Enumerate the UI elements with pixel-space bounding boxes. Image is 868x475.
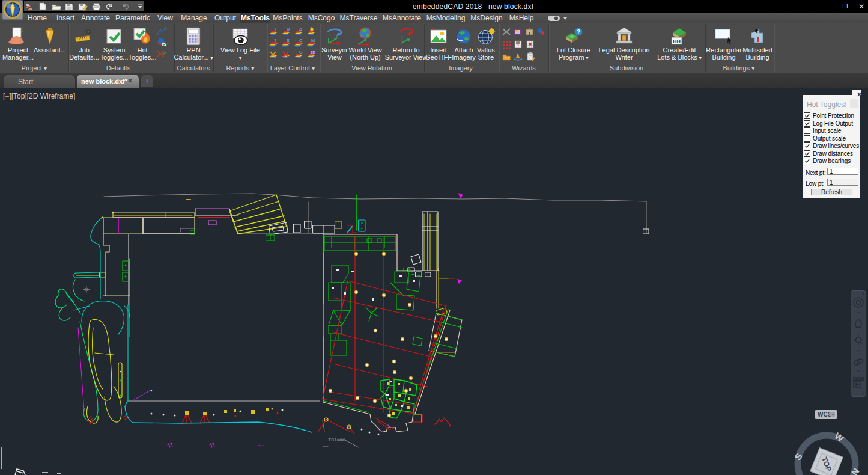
svg-text:?: ? [274,38,277,43]
svg-text:TB1###: TB1### [328,437,345,443]
svg-text:HH: HH [673,38,681,44]
svg-text:C: C [299,38,303,43]
svg-text:G: G [299,49,303,55]
svg-text:M: M [311,38,315,43]
svg-text:U: U [287,26,290,32]
svg-text:Δ: Δ [299,26,303,32]
svg-text:S: S [287,38,290,43]
svg-text:?: ? [577,29,580,35]
svg-text:I: I [275,26,276,32]
